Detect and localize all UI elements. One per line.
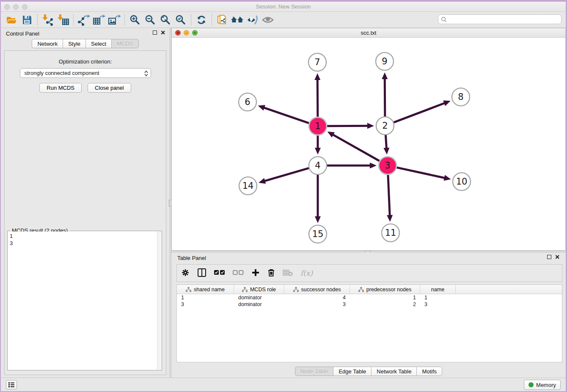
hide-style-icon[interactable] bbox=[245, 13, 260, 27]
graph-node-2[interactable]: 2 bbox=[376, 117, 394, 135]
mcds-result-text[interactable]: 1 3 bbox=[8, 232, 157, 370]
gear-icon[interactable] bbox=[181, 268, 190, 278]
float-panel-icon[interactable] bbox=[153, 30, 157, 35]
tab-style[interactable]: Style bbox=[63, 39, 85, 48]
column-header[interactable]: name bbox=[420, 285, 456, 294]
control-panel-title: Control Panel bbox=[6, 30, 39, 37]
network-canvas[interactable]: 7968124314101511 bbox=[172, 38, 565, 250]
tab-network[interactable]: Network bbox=[32, 39, 63, 48]
node-label: 9 bbox=[382, 56, 387, 66]
node-table-body: 1dominator4113dominator323 bbox=[177, 294, 562, 308]
graph-edge[interactable] bbox=[317, 78, 318, 117]
run-mcds-button[interactable]: Run MCDS bbox=[39, 83, 82, 93]
graph-edge[interactable] bbox=[263, 107, 309, 123]
column-header[interactable]: successor nodes bbox=[284, 285, 350, 294]
node-label: 10 bbox=[456, 177, 468, 187]
select-all-checks-icon[interactable] bbox=[214, 270, 225, 276]
close-panel-icon[interactable]: ✕ bbox=[160, 30, 165, 35]
column-header[interactable]: MCDS role bbox=[234, 285, 284, 294]
refresh-icon[interactable] bbox=[194, 13, 209, 27]
graph-node-14[interactable]: 14 bbox=[239, 177, 257, 195]
toolbar-separator bbox=[191, 14, 191, 25]
save-session-icon[interactable] bbox=[19, 13, 35, 27]
zoom-out-icon[interactable] bbox=[143, 13, 158, 27]
graph-edge[interactable] bbox=[388, 175, 390, 217]
function-builder-icon[interactable]: f(x) bbox=[300, 269, 313, 277]
tab-mcds[interactable]: MCDS bbox=[111, 39, 138, 48]
status-bar: Memory bbox=[1, 378, 566, 391]
edge-arrowhead bbox=[259, 178, 266, 184]
table-cell: 2 bbox=[350, 301, 420, 308]
edge-arrowhead bbox=[382, 72, 388, 79]
network-graph: 7968124314101511 bbox=[172, 38, 565, 250]
add-column-icon[interactable] bbox=[251, 268, 260, 278]
task-history-button[interactable] bbox=[6, 380, 17, 389]
graph-edge[interactable] bbox=[385, 135, 386, 149]
close-panel-button[interactable]: Close panel bbox=[88, 83, 131, 93]
tab-edge-table[interactable]: Edge Table bbox=[333, 367, 371, 376]
edge-arrowhead bbox=[443, 100, 450, 106]
graph-edge[interactable] bbox=[385, 77, 385, 116]
import-table-icon[interactable] bbox=[55, 13, 71, 27]
graph-node-10[interactable]: 10 bbox=[453, 173, 471, 190]
show-all-networks-icon[interactable] bbox=[230, 13, 245, 27]
table-cell: dominator bbox=[234, 301, 284, 308]
delete-table-icon[interactable] bbox=[283, 269, 293, 278]
graph-node-9[interactable]: 9 bbox=[376, 52, 394, 70]
graph-node-11[interactable]: 11 bbox=[382, 224, 399, 242]
graph-node-1[interactable]: 1 bbox=[309, 117, 327, 135]
column-layout-icon[interactable] bbox=[197, 268, 206, 279]
column-header[interactable]: predecessor nodes bbox=[350, 285, 420, 294]
graph-node-6[interactable]: 6 bbox=[239, 93, 256, 111]
toolbar-separator bbox=[73, 14, 74, 25]
open-file-icon[interactable] bbox=[4, 13, 19, 27]
export-network-icon[interactable] bbox=[76, 13, 91, 27]
control-panel-tabs: Network Style Select MCDS bbox=[1, 39, 170, 48]
float-panel-icon[interactable] bbox=[547, 255, 551, 259]
zoom-in-icon[interactable] bbox=[127, 13, 143, 27]
show-view-icon[interactable] bbox=[260, 13, 275, 27]
tab-node-table[interactable]: Node Table bbox=[295, 367, 333, 376]
toolbar-separator bbox=[124, 14, 125, 25]
graph-node-8[interactable]: 8 bbox=[452, 88, 470, 106]
tab-select[interactable]: Select bbox=[85, 39, 111, 48]
table-row[interactable]: 1dominator411 bbox=[177, 294, 562, 301]
zoom-fit-icon[interactable] bbox=[158, 13, 173, 27]
search-input[interactable] bbox=[449, 17, 561, 22]
delete-icon[interactable] bbox=[267, 268, 275, 278]
table-row[interactable]: 3dominator323 bbox=[177, 301, 562, 308]
clone-network-icon[interactable] bbox=[215, 13, 230, 27]
node-label: 7 bbox=[314, 57, 320, 67]
column-header[interactable]: shared name bbox=[177, 285, 234, 294]
export-image-icon[interactable] bbox=[107, 13, 122, 27]
graph-node-7[interactable]: 7 bbox=[308, 53, 326, 71]
close-panel-icon[interactable]: ✕ bbox=[555, 255, 560, 259]
graph-node-4[interactable]: 4 bbox=[309, 157, 327, 174]
mcds-result-scrollbar[interactable] bbox=[157, 232, 161, 370]
search-box[interactable] bbox=[438, 14, 561, 24]
graph-edge[interactable] bbox=[327, 126, 369, 126]
edge-arrowhead bbox=[387, 215, 393, 222]
tab-motifs[interactable]: Motifs bbox=[416, 367, 442, 376]
edge-arrowhead bbox=[370, 163, 377, 168]
edge-arrowhead bbox=[383, 148, 389, 155]
export-table-icon[interactable] bbox=[91, 13, 107, 27]
memory-button[interactable]: Memory bbox=[524, 380, 561, 390]
deselect-checks-icon[interactable] bbox=[233, 270, 244, 276]
graph-node-15[interactable]: 15 bbox=[309, 225, 327, 243]
graph-edge[interactable] bbox=[332, 134, 380, 161]
mcds-result-box: MCDS result (2 nodes) 1 3 bbox=[7, 231, 162, 370]
node-label: 15 bbox=[312, 229, 324, 239]
node-label: 3 bbox=[385, 160, 390, 171]
zoom-selected-icon[interactable] bbox=[173, 13, 188, 27]
graph-node-3[interactable]: 3 bbox=[379, 157, 396, 174]
graph-edge[interactable] bbox=[263, 168, 308, 181]
network-window-titlebar[interactable]: ✕ − + scc.txt bbox=[172, 28, 565, 38]
toolbar-separator bbox=[212, 14, 212, 25]
graph-edge[interactable] bbox=[394, 102, 446, 122]
tab-network-table[interactable]: Network Table bbox=[371, 367, 416, 376]
graph-edge[interactable] bbox=[396, 168, 446, 178]
import-network-icon[interactable] bbox=[40, 13, 55, 27]
application-window: Session: New Session bbox=[0, 0, 567, 392]
criterion-dropdown[interactable]: strongly connected component bbox=[20, 68, 151, 78]
